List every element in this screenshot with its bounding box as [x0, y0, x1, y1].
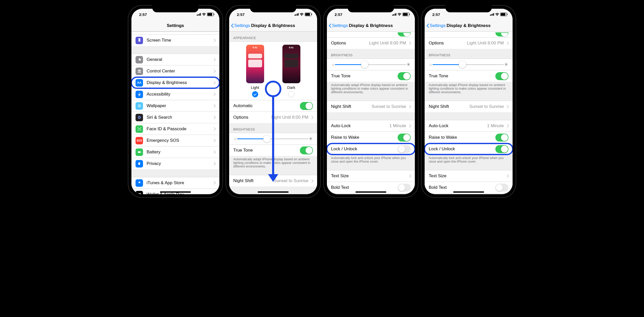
chevron-right-icon	[213, 81, 215, 85]
row-night-shift[interactable]: Night Shift Sunset to Sunrise	[327, 101, 415, 112]
row-options[interactable]: Options Light Until 8:00 PM	[425, 37, 513, 49]
back-button[interactable]: Settings	[426, 23, 445, 28]
row-automatic-peek: .	[425, 32, 513, 37]
status-time: 2:57	[335, 12, 342, 17]
true-tone-footer: Automatically adapt iPhone display based…	[327, 82, 415, 96]
true-tone-toggle[interactable]	[398, 72, 411, 80]
appearance-light-option[interactable]: 9:41 Light	[246, 45, 264, 97]
chevron-right-icon	[506, 41, 508, 45]
cellular-icon	[197, 13, 201, 16]
lock-unlock-footer: Automatically lock and unlock your iPhon…	[327, 155, 415, 165]
chevron-right-icon	[409, 105, 411, 108]
chevron-right-icon	[213, 58, 215, 61]
settings-row-battery[interactable]: Battery	[131, 146, 219, 158]
hand-icon	[136, 160, 143, 167]
battery-icon	[500, 13, 507, 16]
appearance-dark-option[interactable]: 9:41 Dark	[282, 45, 300, 97]
settings-row-sos[interactable]: SOS Emergency SOS	[131, 135, 219, 146]
row-automatic: Automatic	[229, 100, 317, 111]
appearance-section: 9:41 Light 9:41 Dark	[229, 41, 317, 100]
svg-rect-10	[141, 152, 141, 153]
true-tone-toggle[interactable]	[495, 72, 508, 80]
nav-bar: Settings Display & Brightness	[425, 20, 513, 32]
settings-row-general[interactable]: General	[131, 54, 219, 65]
settings-row-screen-time[interactable]: Screen Time	[131, 34, 219, 46]
chevron-left-icon	[328, 23, 332, 28]
dark-preview: 9:41	[282, 45, 300, 83]
chevron-left-icon	[231, 23, 234, 28]
settings-row-siri[interactable]: Siri & Search	[131, 111, 219, 123]
sos-icon: SOS	[136, 137, 143, 144]
back-button[interactable]: Settings	[328, 23, 348, 28]
settings-row-privacy[interactable]: Privacy	[131, 158, 219, 169]
sun-low-icon: ☼	[233, 136, 237, 141]
section-header-brightness: Brightness	[229, 123, 317, 133]
back-button[interactable]: Settings	[231, 23, 250, 28]
phone-frame: 2:57 Settings Display & Brightness .	[323, 5, 418, 198]
raise-to-wake-toggle[interactable]	[495, 134, 508, 142]
gear-icon	[136, 56, 143, 63]
home-indicator[interactable]	[453, 191, 484, 193]
phone-frame: 2:57 Settings Screen Time	[128, 5, 223, 198]
svg-point-7	[139, 128, 139, 129]
brightness-slider[interactable]	[433, 61, 504, 68]
chevron-right-icon	[506, 105, 508, 108]
row-night-shift[interactable]: Night Shift Sunset to Sunrise	[229, 175, 317, 187]
chevron-left-icon	[426, 23, 429, 28]
wallet-icon	[136, 191, 143, 194]
settings-row-faceid[interactable]: Face ID & Passcode	[131, 123, 219, 135]
notch	[152, 5, 199, 12]
row-lock-unlock: Lock / Unlock	[425, 143, 513, 155]
wifi-icon	[202, 13, 206, 16]
svg-point-6	[139, 117, 140, 118]
home-indicator[interactable]	[258, 191, 289, 193]
home-indicator[interactable]	[160, 191, 191, 193]
row-text-size[interactable]: Text Size	[425, 170, 513, 182]
settings-row-itunes[interactable]: iTunes & App Store	[131, 177, 219, 189]
row-options[interactable]: Options Light Until 8:00 PM	[229, 111, 317, 123]
battery-icon	[402, 13, 409, 16]
row-night-shift[interactable]: Night Shift Sunset to Sunrise	[425, 101, 513, 112]
true-tone-toggle[interactable]	[300, 146, 313, 154]
chevron-right-icon	[213, 181, 215, 185]
settings-row-control-center[interactable]: Control Center	[131, 65, 219, 77]
nav-bar: Settings Display & Brightness	[229, 20, 317, 32]
chevron-right-icon	[506, 124, 508, 128]
bold-text-toggle[interactable]	[495, 184, 508, 192]
row-options[interactable]: Options Light Until 8:00 PM	[327, 37, 415, 49]
settings-row-display-brightness[interactable]: AA Display & Brightness	[131, 77, 219, 88]
row-text-size[interactable]: Text Size	[327, 170, 415, 182]
section-header-brightness: Brightness	[327, 49, 415, 59]
appstore-icon	[136, 179, 143, 187]
toggle-peek-bottom	[495, 32, 508, 36]
svg-rect-1	[138, 72, 141, 73]
chevron-right-icon	[409, 174, 411, 178]
settings-row-wallpaper[interactable]: Wallpaper	[131, 100, 219, 111]
true-tone-footer: Automatically adapt iPhone display based…	[425, 82, 513, 96]
svg-point-4	[139, 105, 140, 107]
svg-point-2	[139, 92, 140, 93]
lock-unlock-toggle[interactable]	[495, 145, 508, 153]
bold-text-toggle[interactable]	[398, 184, 411, 192]
row-auto-lock[interactable]: Auto-Lock 1 Minute	[425, 120, 513, 132]
nav-title: Display & Brightness	[251, 23, 295, 28]
brightness-slider[interactable]	[335, 61, 406, 68]
row-true-tone: True Tone	[425, 70, 513, 82]
chevron-right-icon	[213, 104, 215, 108]
home-indicator[interactable]	[355, 191, 386, 193]
row-brightness-slider: ☼ ☀	[425, 59, 513, 70]
brightness-slider[interactable]	[237, 135, 308, 143]
raise-to-wake-toggle[interactable]	[398, 134, 411, 142]
row-true-tone: True Tone	[327, 70, 415, 82]
svg-rect-9	[138, 151, 141, 153]
cellular-icon	[294, 13, 299, 16]
chevron-right-icon	[213, 193, 215, 194]
lock-unlock-toggle[interactable]	[398, 145, 411, 153]
automatic-toggle[interactable]	[300, 102, 313, 110]
settings-row-accessibility[interactable]: Accessibility	[131, 88, 219, 100]
sun-high-icon: ☀	[504, 61, 508, 68]
sun-high-icon: ☀	[308, 136, 313, 142]
row-brightness-slider: ☼ ☀	[327, 59, 415, 70]
row-auto-lock[interactable]: Auto-Lock 1 Minute	[327, 120, 415, 132]
notch	[445, 5, 492, 12]
